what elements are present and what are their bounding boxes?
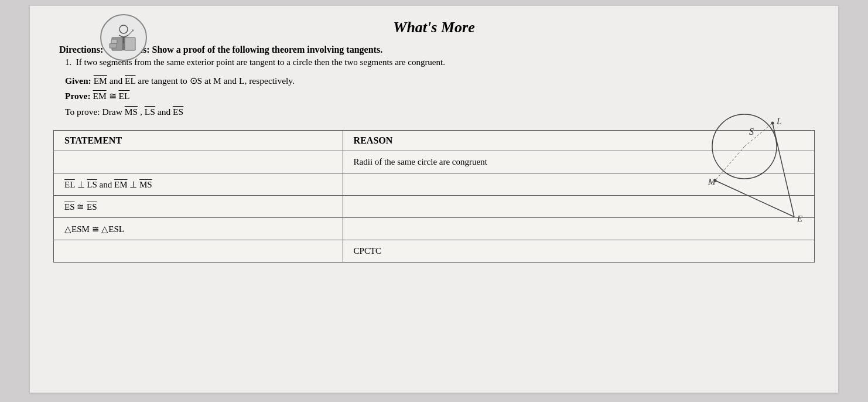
perp1: ⊥ bbox=[77, 180, 87, 189]
draw-es: ES bbox=[173, 107, 183, 117]
statement-cell-4: △ESM ≅ △ESL bbox=[54, 218, 343, 240]
svg-line-17 bbox=[715, 180, 794, 217]
statement-cell-1 bbox=[54, 151, 343, 173]
approx-symbol: ≅ bbox=[109, 91, 119, 101]
and-3: and bbox=[100, 180, 114, 189]
given-el: EL bbox=[125, 76, 135, 86]
title-area: What's More bbox=[53, 16, 815, 39]
given-rest: are tangent to ⊙S at M and L, respective… bbox=[138, 76, 295, 86]
prove-em: EM bbox=[93, 91, 106, 101]
problem-1: 1. If two segments from the same exterio… bbox=[65, 57, 815, 67]
given-line: Given: EM and EL are tangent to ⊙S at M … bbox=[65, 73, 815, 88]
reason-cell-5: CPCTC bbox=[343, 240, 814, 263]
em-overline: EM bbox=[114, 180, 128, 189]
given-em: EM bbox=[94, 76, 107, 86]
es-overline-2: ES bbox=[87, 202, 97, 212]
approx1: ≅ bbox=[77, 202, 87, 212]
svg-rect-10 bbox=[111, 39, 117, 43]
studying-icon-svg bbox=[106, 20, 141, 55]
statement-cell-5 bbox=[54, 240, 343, 263]
svg-point-21 bbox=[714, 179, 717, 182]
svg-line-7 bbox=[128, 30, 133, 35]
svg-point-20 bbox=[771, 122, 774, 125]
logo-icon bbox=[100, 14, 147, 61]
es-overline-1: ES bbox=[64, 202, 75, 212]
svg-text:E: E bbox=[797, 214, 802, 223]
given-label: Given: bbox=[65, 76, 94, 86]
el-overline: EL bbox=[64, 180, 75, 189]
col-header-statement: STATEMENT bbox=[54, 131, 343, 151]
svg-text:S: S bbox=[749, 127, 754, 137]
svg-point-3 bbox=[119, 25, 128, 33]
diagram-area: S L M E bbox=[686, 100, 803, 217]
triangle-esm: △ESM ≅ △ESL bbox=[64, 224, 124, 234]
table-row: CPCTC bbox=[54, 240, 815, 263]
header-area: What's More bbox=[53, 16, 815, 39]
directions-text: Show a proof of the following theorem in… bbox=[152, 45, 382, 54]
ms-overline: MS bbox=[139, 180, 152, 189]
svg-rect-9 bbox=[110, 43, 117, 48]
perp2: ⊥ bbox=[129, 180, 139, 189]
to-prove-label: To prove: Draw bbox=[65, 107, 125, 117]
svg-line-16 bbox=[773, 123, 794, 217]
page: What's More Directions: Directions: Show… bbox=[30, 6, 838, 393]
comma1: , bbox=[140, 107, 145, 117]
svg-text:L: L bbox=[776, 117, 781, 126]
directions-heading: Directions: Directions: Show a proof of … bbox=[59, 45, 815, 55]
statement-cell-2: EL ⊥ LS and EM ⊥ MS bbox=[54, 173, 343, 196]
page-title: What's More bbox=[53, 19, 815, 36]
draw-ls: LS bbox=[145, 107, 155, 117]
ls-overline: LS bbox=[87, 180, 97, 189]
prove-label: Prove: bbox=[65, 91, 93, 101]
and-text: and bbox=[110, 76, 125, 86]
svg-rect-1 bbox=[125, 38, 135, 50]
draw-ms: MS bbox=[125, 107, 138, 117]
prove-el: EL bbox=[118, 91, 129, 101]
geometry-diagram: S L M E bbox=[686, 100, 803, 223]
statement-cell-3: ES ≅ ES bbox=[54, 196, 343, 218]
and-2: and bbox=[158, 107, 173, 117]
